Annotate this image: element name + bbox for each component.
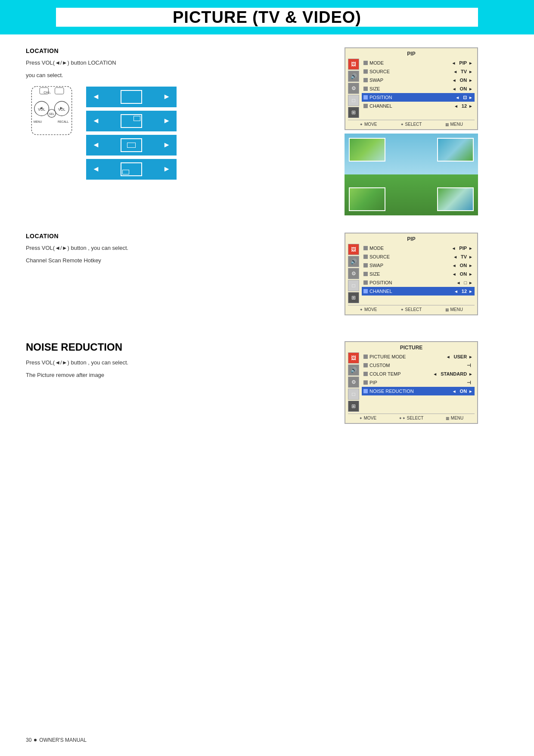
arrow-row-2: ◄ ► <box>86 111 177 131</box>
osd-picture-bottom-select: ✦✦ SELECT <box>399 416 424 420</box>
move-icon-3: ✦ <box>359 416 363 420</box>
noise-left: NOISE REDUCTION Press VOL(◄/►) button , … <box>26 341 327 424</box>
arrow-right-4: ► <box>163 165 171 174</box>
svg-text:►: ► <box>59 105 64 110</box>
osd-picture-sidebar: 🖼 🔊 ⚙ □ ⊞ PICTURE MODE ◄ USER ► <box>348 352 475 412</box>
select-icon: ✦ <box>400 122 404 127</box>
osd-row-2-icon-source <box>363 255 368 259</box>
section-1-label: LOCATION <box>26 47 327 54</box>
remote-svg: VOL SEL VOL CH△ MENU RECALL <box>26 84 78 145</box>
osd-icon-pip: ⊞ <box>348 107 359 118</box>
osd-row-color-temp-icon <box>363 372 368 376</box>
arrow-right-1: ► <box>163 92 171 101</box>
osd-row-icon-channel <box>363 104 368 108</box>
osd-icon-picture: 🖼 <box>348 59 359 70</box>
select-label: SELECT <box>405 122 422 127</box>
page-title: PICTURE (TV & VIDEO) <box>173 8 361 27</box>
osd-icon-2-settings: ⚙ <box>348 268 359 279</box>
osd-row-icon-source <box>363 69 368 74</box>
pip-position-1 <box>121 90 142 104</box>
osd-picture-icon-3: ⚙ <box>348 376 359 388</box>
osd-row-custom-icon <box>363 363 368 367</box>
pip-inset-bottomright <box>437 187 474 211</box>
arrow-left-4: ◄ <box>92 165 100 174</box>
move-label-3: MOVE <box>364 416 376 420</box>
osd-row-icon-size <box>363 87 368 91</box>
footer-text: OWNER'S MANUAL <box>39 737 87 743</box>
osd-row-2-channel: CHANNEL ◄ 12 ► <box>362 287 475 296</box>
menu-icon: ▦ <box>445 122 449 127</box>
footer-page-number: 30 <box>26 737 31 743</box>
section-1-left: LOCATION Press VOL(◄/►) button LOCATION … <box>26 47 327 215</box>
remote-diagram: VOL SEL VOL CH△ MENU RECALL <box>26 84 78 146</box>
noise-title: NOISE REDUCTION <box>26 341 327 353</box>
noise-right: PICTURE 🖼 🔊 ⚙ □ ⊞ PICTURE MODE ◄ <box>345 341 508 424</box>
page-header: PICTURE (TV & VIDEO) <box>0 0 534 34</box>
osd-row-custom: CUSTOM ⊣ <box>362 361 475 370</box>
menu-label-3: MENU <box>451 416 463 420</box>
move-icon: ✦ <box>360 122 363 127</box>
osd-picture-icons: 🖼 🔊 ⚙ □ ⊞ <box>348 352 360 412</box>
section-2-left: LOCATION Press VOL(◄/►) button , you can… <box>26 233 327 315</box>
osd-icon-sound: 🔊 <box>348 71 359 82</box>
osd-row-picture-mode: PICTURE MODE ◄ USER ► <box>362 352 475 361</box>
select-label-2: SELECT <box>405 307 422 312</box>
section-1-text1: Press VOL(◄/►) button LOCATION <box>26 59 327 68</box>
svg-text:MENU: MENU <box>34 120 42 123</box>
osd-icons-2: 🖼 🔊 ⚙ □ ⊞ <box>348 244 360 303</box>
osd-row-mode: MODE ◄ PIP ► <box>362 59 475 67</box>
pip-inset-topright <box>437 138 474 162</box>
osd-bottom-move: ✦ MOVE <box>360 122 377 127</box>
arrow-row-1: ◄ ► <box>86 87 177 107</box>
osd-sidebar-1: 🖼 🔊 ⚙ □ ⊞ MODE ◄ PIP ► <box>348 59 475 118</box>
osd-icon-2-sound: 🔊 <box>348 256 359 267</box>
osd-picture-icon-4: □ <box>348 389 359 400</box>
osd-picture-rows: PICTURE MODE ◄ USER ► CUSTOM ⊣ COL <box>362 352 475 412</box>
svg-text:SEL: SEL <box>49 112 55 115</box>
arrow-left-1: ◄ <box>92 92 100 101</box>
osd-title-1: PIP <box>348 51 475 57</box>
osd-title-2: PIP <box>348 236 475 242</box>
osd-bottom-2-select: ✦ SELECT <box>400 307 422 312</box>
osd-row-pip-noise: PIP ⊣ <box>362 378 475 387</box>
osd-row-2-icon-channel <box>363 289 368 293</box>
osd-picture-menu: PICTURE 🖼 🔊 ⚙ □ ⊞ PICTURE MODE ◄ <box>345 341 478 424</box>
osd-icon-2-pip: ⊞ <box>348 292 359 303</box>
osd-row-color-temp: COLOR TEMP ◄ STANDARD ► <box>362 370 475 378</box>
osd-icons-1: 🖼 🔊 ⚙ □ ⊞ <box>348 59 360 118</box>
osd-row-icon-swap <box>363 78 368 82</box>
diagram-arrows-area: VOL SEL VOL CH△ MENU RECALL <box>26 84 327 180</box>
osd-picture-icon-1: 🖼 <box>348 352 359 364</box>
osd-row-size: SIZE ◄ ON ► <box>362 84 475 93</box>
osd-row-swap: SWAP ◄ ON ► <box>362 76 475 84</box>
osd-sidebar-2: 🖼 🔊 ⚙ □ ⊞ MODE ◄ PIP ► <box>348 244 475 303</box>
osd-picture-bottom-move: ✦ MOVE <box>359 416 376 420</box>
pip-inset-topleft <box>349 138 385 162</box>
pip-position-2 <box>121 114 142 128</box>
svg-rect-13 <box>55 87 64 94</box>
section-1-right: PIP 🖼 🔊 ⚙ □ ⊞ MODE ◄ PIP <box>345 47 508 215</box>
osd-row-channel: CHANNEL ◄ 12 ► <box>362 102 475 110</box>
header-title-area: PICTURE (TV & VIDEO) <box>56 0 478 34</box>
arrow-left-2: ◄ <box>92 116 100 125</box>
osd-row-picture-mode-icon <box>363 355 368 359</box>
menu-icon-2: ▦ <box>445 308 449 312</box>
osd-rows-1: MODE ◄ PIP ► SOURCE ◄ TV ► <box>362 59 475 118</box>
osd-picture-icon-2: 🔊 <box>348 364 359 376</box>
section-location-2: LOCATION Press VOL(◄/►) button , you can… <box>26 233 508 315</box>
arrow-left-3: ◄ <box>92 140 100 149</box>
section-2-text2: Channel Scan Remote Hotkey <box>26 256 327 265</box>
osd-row-2-icon-swap <box>363 263 368 268</box>
osd-row-icon-position <box>363 95 368 100</box>
osd-icon-2-picture: 🖼 <box>348 244 359 255</box>
menu-label: MENU <box>450 122 463 127</box>
osd-row-2-swap: SWAP ◄ ON ► <box>362 261 475 270</box>
header-cyan-left <box>0 0 56 34</box>
osd-row-2-size: SIZE ◄ ON ► <box>362 270 475 278</box>
section-2-label: LOCATION <box>26 233 327 240</box>
osd-rows-2: MODE ◄ PIP ► SOURCE ◄ TV ► <box>362 244 475 303</box>
osd-picture-title: PICTURE <box>348 345 475 351</box>
osd-menu-2: PIP 🖼 🔊 ⚙ □ ⊞ MODE ◄ PIP <box>345 233 478 315</box>
osd-row-pip-noise-icon <box>363 380 368 385</box>
osd-row-2-icon-mode <box>363 246 368 250</box>
